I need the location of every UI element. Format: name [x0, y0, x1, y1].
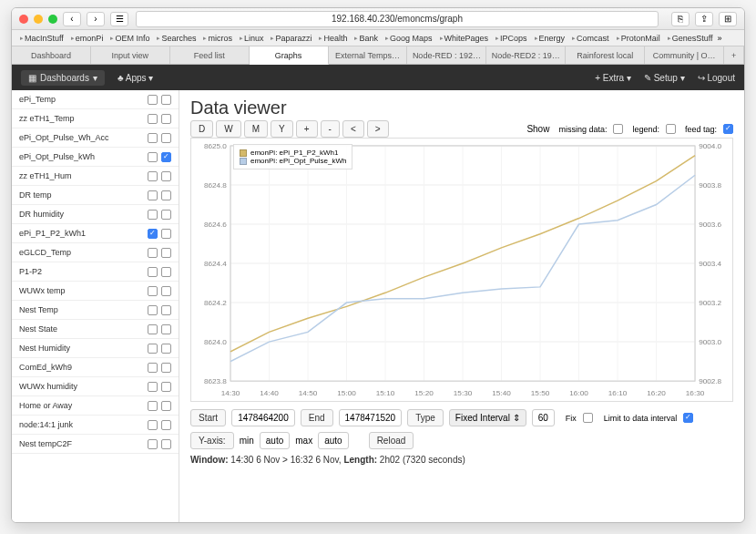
back-button[interactable]: ‹ — [63, 12, 81, 26]
feed-right-checkbox[interactable] — [161, 95, 171, 105]
feed-row[interactable]: eGLCD_Temp — [12, 243, 179, 262]
feed-right-checkbox[interactable] — [161, 133, 171, 143]
feed-left-checkbox[interactable] — [148, 229, 158, 239]
type-value-input[interactable]: 60 — [532, 409, 555, 426]
browser-tab[interactable]: Input view — [91, 46, 170, 64]
range-button-+[interactable]: + — [296, 120, 318, 138]
bookmark-item[interactable]: emonPi — [68, 33, 107, 44]
bookmark-item[interactable]: Health — [316, 33, 350, 44]
browser-tab[interactable]: Graphs — [250, 46, 329, 65]
browser-tab[interactable]: Community | O… — [645, 46, 724, 64]
feed-right-checkbox[interactable] — [161, 286, 171, 296]
browser-tab[interactable]: Node-RED2 : 19… — [486, 46, 566, 64]
feed-right-checkbox[interactable] — [161, 210, 171, 220]
browser-tab[interactable]: Dashboard — [12, 46, 91, 64]
feed-left-checkbox[interactable] — [148, 324, 158, 334]
feed-row[interactable]: WUWx humidity — [12, 377, 179, 396]
forward-button[interactable]: › — [87, 12, 105, 26]
bookmark-item[interactable]: Comcast — [569, 33, 612, 44]
feed-row[interactable]: ComEd_kWh9 — [12, 358, 179, 377]
feed-right-checkbox[interactable] — [161, 114, 171, 124]
feed-row[interactable]: DR humidity — [12, 205, 179, 224]
setup-menu[interactable]: ✎ Setup ▾ — [644, 73, 685, 83]
feed-row[interactable]: P1-P2 — [12, 262, 179, 282]
start-input[interactable]: 1478464200 — [231, 409, 295, 426]
feed-left-checkbox[interactable] — [148, 133, 158, 143]
feed-row[interactable]: DR temp — [12, 186, 179, 205]
zoom-icon[interactable] — [48, 15, 57, 24]
feed-right-checkbox[interactable] — [161, 363, 171, 373]
feed-left-checkbox[interactable] — [148, 363, 158, 373]
feed-left-checkbox[interactable] — [148, 114, 158, 124]
feed-row[interactable]: Nest State — [12, 320, 179, 339]
feed-row[interactable]: Nest tempC2F — [12, 435, 179, 454]
bookmark-item[interactable]: OEM Info — [107, 33, 152, 44]
fix-checkbox[interactable] — [583, 413, 593, 423]
feed-right-checkbox[interactable] — [161, 229, 171, 239]
extra-menu[interactable]: + Extra ▾ — [595, 73, 631, 83]
feed-left-checkbox[interactable] — [148, 439, 158, 449]
bookmark-item[interactable]: ProtonMail — [614, 33, 663, 44]
range-button--[interactable]: - — [321, 120, 340, 138]
feed-row[interactable]: ePi_Temp — [12, 90, 179, 109]
reader-button[interactable]: ⎘ — [671, 12, 690, 26]
feed-left-checkbox[interactable] — [148, 305, 158, 315]
range-button-<[interactable]: < — [342, 120, 364, 138]
end-input[interactable]: 1478471520 — [339, 409, 403, 426]
feed-left-checkbox[interactable] — [148, 210, 158, 220]
tabs-button[interactable]: ⊞ — [719, 12, 737, 26]
url-bar[interactable]: 192.168.40.230/emoncms/graph — [136, 11, 659, 27]
minimize-icon[interactable] — [34, 15, 43, 24]
feed-right-checkbox[interactable] — [161, 324, 171, 334]
limit-checkbox[interactable] — [683, 413, 693, 423]
logout-button[interactable]: ↪ Logout — [698, 73, 735, 83]
bookmark-item[interactable]: micros — [200, 33, 235, 44]
feed-row[interactable]: node:14:1 junk — [12, 416, 179, 435]
range-button-Y[interactable]: Y — [271, 120, 293, 138]
bookmark-item[interactable]: Energy — [532, 33, 568, 44]
range-button-W[interactable]: W — [216, 120, 240, 138]
bookmark-item[interactable]: GenesStuff — [665, 33, 716, 44]
bookmark-item[interactable]: Linux — [237, 33, 267, 44]
bookmark-item[interactable]: Searches — [154, 33, 199, 44]
ymax-input[interactable]: auto — [318, 432, 348, 449]
feed-right-checkbox[interactable] — [161, 420, 171, 430]
missing-data-checkbox[interactable] — [613, 124, 623, 134]
feed-left-checkbox[interactable] — [148, 190, 158, 200]
browser-tab[interactable]: Rainforest local — [566, 46, 645, 64]
feed-left-checkbox[interactable] — [148, 420, 158, 430]
browser-tab[interactable]: Feed list — [170, 46, 250, 64]
bookmark-item[interactable]: Bank — [352, 33, 381, 44]
feed-right-checkbox[interactable] — [161, 439, 171, 449]
feed-left-checkbox[interactable] — [148, 267, 158, 277]
feed-row[interactable]: ePi_P1_P2_kWh1 — [12, 224, 179, 243]
share-button[interactable]: ⇪ — [695, 12, 713, 26]
feed-right-checkbox[interactable] — [161, 267, 171, 277]
range-button->[interactable]: > — [367, 120, 389, 138]
feed-left-checkbox[interactable] — [148, 95, 158, 105]
feed-row[interactable]: Home or Away — [12, 396, 179, 416]
feed-row[interactable]: zz eTH1_Temp — [12, 109, 179, 128]
feed-row[interactable]: ePi_Opt_Pulse_kWh — [12, 148, 179, 167]
dashboards-menu[interactable]: ▦ Dashboards ▾ — [21, 70, 105, 86]
feed-right-checkbox[interactable] — [161, 248, 171, 258]
range-button-M[interactable]: M — [244, 120, 268, 138]
sidebar-toggle[interactable]: ☰ — [110, 12, 128, 26]
feed-left-checkbox[interactable] — [148, 248, 158, 258]
browser-tab[interactable]: Node-RED : 192… — [407, 46, 486, 64]
type-select[interactable]: Fixed Interval ⇕ — [449, 409, 526, 426]
bookmark-item[interactable]: Paparazzi — [268, 33, 314, 44]
ymin-input[interactable]: auto — [260, 432, 290, 449]
range-button-D[interactable]: D — [190, 120, 213, 138]
feed-right-checkbox[interactable] — [161, 382, 171, 392]
bookmark-item[interactable]: IPCops — [493, 33, 530, 44]
feed-right-checkbox[interactable] — [161, 305, 171, 315]
feed-left-checkbox[interactable] — [148, 344, 158, 354]
feed-left-checkbox[interactable] — [148, 286, 158, 296]
new-tab-button[interactable]: + — [724, 46, 744, 64]
feed-left-checkbox[interactable] — [148, 171, 158, 181]
feed-row[interactable]: Nest Humidity — [12, 339, 179, 358]
bookmark-item[interactable]: WhitePages — [437, 33, 492, 44]
feed-row[interactable]: ePi_Opt_Pulse_Wh_Acc — [12, 128, 179, 148]
feedtag-checkbox[interactable] — [723, 124, 733, 134]
